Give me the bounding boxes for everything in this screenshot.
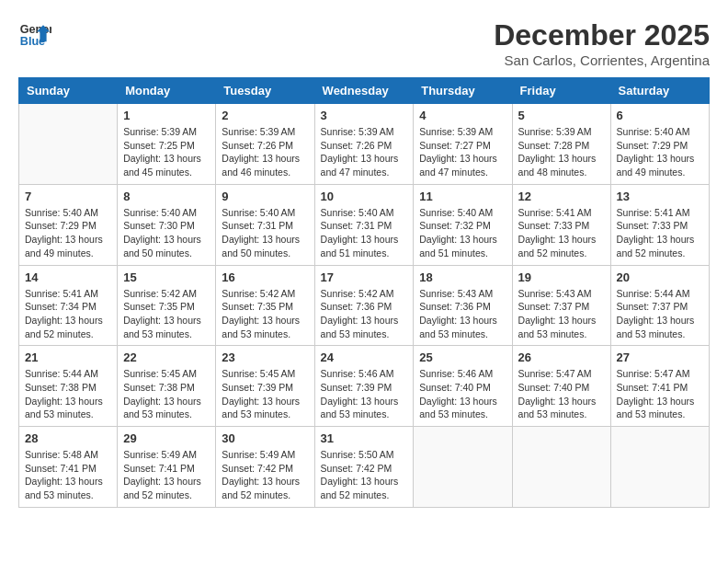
page-header: General Blue December 2025 San Carlos, C… xyxy=(18,18,710,68)
cell-content: Sunrise: 5:40 AM Sunset: 7:30 PM Dayligh… xyxy=(123,206,210,260)
day-number: 25 xyxy=(419,350,506,364)
calendar-cell: 4Sunrise: 5:39 AM Sunset: 7:27 PM Daylig… xyxy=(414,104,512,185)
calendar-cell: 11Sunrise: 5:40 AM Sunset: 7:32 PM Dayli… xyxy=(414,184,512,265)
calendar-cell: 12Sunrise: 5:41 AM Sunset: 7:33 PM Dayli… xyxy=(512,184,610,265)
day-of-week-header: Tuesday xyxy=(216,78,314,104)
logo: General Blue xyxy=(18,18,51,52)
calendar-week-row: 14Sunrise: 5:41 AM Sunset: 7:34 PM Dayli… xyxy=(19,265,710,346)
day-number: 19 xyxy=(518,270,605,284)
calendar-cell: 25Sunrise: 5:46 AM Sunset: 7:40 PM Dayli… xyxy=(414,346,512,427)
cell-content: Sunrise: 5:40 AM Sunset: 7:29 PM Dayligh… xyxy=(25,206,111,260)
calendar-cell: 7Sunrise: 5:40 AM Sunset: 7:29 PM Daylig… xyxy=(19,184,118,265)
day-number: 9 xyxy=(222,190,308,203)
day-of-week-header: Friday xyxy=(512,78,610,104)
day-number: 13 xyxy=(617,190,703,203)
cell-content: Sunrise: 5:40 AM Sunset: 7:29 PM Dayligh… xyxy=(617,125,703,179)
calendar-cell: 5Sunrise: 5:39 AM Sunset: 7:28 PM Daylig… xyxy=(512,104,610,185)
day-number: 27 xyxy=(617,350,703,364)
calendar-cell: 14Sunrise: 5:41 AM Sunset: 7:34 PM Dayli… xyxy=(19,265,118,346)
cell-content: Sunrise: 5:40 AM Sunset: 7:32 PM Dayligh… xyxy=(419,206,506,260)
calendar-cell: 8Sunrise: 5:40 AM Sunset: 7:30 PM Daylig… xyxy=(118,184,216,265)
cell-content: Sunrise: 5:42 AM Sunset: 7:36 PM Dayligh… xyxy=(321,287,408,341)
day-number: 24 xyxy=(321,350,408,364)
calendar-cell: 15Sunrise: 5:42 AM Sunset: 7:35 PM Dayli… xyxy=(118,265,216,346)
day-number: 5 xyxy=(518,109,605,122)
day-number: 20 xyxy=(617,270,703,284)
cell-content: Sunrise: 5:39 AM Sunset: 7:26 PM Dayligh… xyxy=(321,125,408,179)
calendar-week-row: 1Sunrise: 5:39 AM Sunset: 7:25 PM Daylig… xyxy=(19,104,710,185)
day-number: 14 xyxy=(25,270,111,284)
cell-content: Sunrise: 5:42 AM Sunset: 7:35 PM Dayligh… xyxy=(123,287,210,341)
day-number: 18 xyxy=(419,270,506,284)
calendar-cell: 10Sunrise: 5:40 AM Sunset: 7:31 PM Dayli… xyxy=(314,184,414,265)
day-number: 21 xyxy=(25,350,111,364)
day-number: 1 xyxy=(123,109,210,122)
day-number: 4 xyxy=(419,109,506,122)
day-number: 8 xyxy=(123,190,210,203)
calendar-cell: 23Sunrise: 5:45 AM Sunset: 7:39 PM Dayli… xyxy=(216,346,314,427)
day-number: 15 xyxy=(123,270,210,284)
day-number: 26 xyxy=(518,350,605,364)
day-number: 28 xyxy=(25,431,111,445)
cell-content: Sunrise: 5:45 AM Sunset: 7:39 PM Dayligh… xyxy=(222,367,308,421)
cell-content: Sunrise: 5:46 AM Sunset: 7:39 PM Dayligh… xyxy=(321,367,408,421)
calendar-week-row: 7Sunrise: 5:40 AM Sunset: 7:29 PM Daylig… xyxy=(19,184,710,265)
cell-content: Sunrise: 5:49 AM Sunset: 7:41 PM Dayligh… xyxy=(123,448,210,502)
calendar-cell: 30Sunrise: 5:49 AM Sunset: 7:42 PM Dayli… xyxy=(216,427,314,508)
calendar-cell: 31Sunrise: 5:50 AM Sunset: 7:42 PM Dayli… xyxy=(314,427,414,508)
location-subtitle: San Carlos, Corrientes, Argentina xyxy=(494,52,710,68)
calendar-cell: 21Sunrise: 5:44 AM Sunset: 7:38 PM Dayli… xyxy=(19,346,118,427)
day-number: 2 xyxy=(222,109,308,122)
calendar-cell xyxy=(414,427,512,508)
calendar-cell: 19Sunrise: 5:43 AM Sunset: 7:37 PM Dayli… xyxy=(512,265,610,346)
day-number: 30 xyxy=(222,431,308,445)
day-number: 22 xyxy=(123,350,210,364)
day-number: 7 xyxy=(25,190,111,203)
calendar-cell: 6Sunrise: 5:40 AM Sunset: 7:29 PM Daylig… xyxy=(610,104,709,185)
cell-content: Sunrise: 5:40 AM Sunset: 7:31 PM Dayligh… xyxy=(321,206,408,260)
day-number: 3 xyxy=(321,109,408,122)
cell-content: Sunrise: 5:39 AM Sunset: 7:27 PM Dayligh… xyxy=(419,125,506,179)
cell-content: Sunrise: 5:43 AM Sunset: 7:36 PM Dayligh… xyxy=(419,287,506,341)
calendar-cell: 17Sunrise: 5:42 AM Sunset: 7:36 PM Dayli… xyxy=(314,265,414,346)
cell-content: Sunrise: 5:46 AM Sunset: 7:40 PM Dayligh… xyxy=(419,367,506,421)
calendar-cell xyxy=(610,427,709,508)
calendar-cell: 20Sunrise: 5:44 AM Sunset: 7:37 PM Dayli… xyxy=(610,265,709,346)
cell-content: Sunrise: 5:44 AM Sunset: 7:38 PM Dayligh… xyxy=(25,367,111,421)
day-number: 31 xyxy=(321,431,408,445)
calendar-cell xyxy=(19,104,118,185)
day-of-week-header: Thursday xyxy=(414,78,512,104)
cell-content: Sunrise: 5:47 AM Sunset: 7:41 PM Dayligh… xyxy=(617,367,703,421)
day-number: 11 xyxy=(419,190,506,203)
calendar-cell: 28Sunrise: 5:48 AM Sunset: 7:41 PM Dayli… xyxy=(19,427,118,508)
day-of-week-header: Monday xyxy=(118,78,216,104)
calendar-cell: 29Sunrise: 5:49 AM Sunset: 7:41 PM Dayli… xyxy=(118,427,216,508)
calendar-table: SundayMondayTuesdayWednesdayThursdayFrid… xyxy=(18,77,710,508)
cell-content: Sunrise: 5:43 AM Sunset: 7:37 PM Dayligh… xyxy=(518,287,605,341)
calendar-week-row: 21Sunrise: 5:44 AM Sunset: 7:38 PM Dayli… xyxy=(19,346,710,427)
calendar-cell: 27Sunrise: 5:47 AM Sunset: 7:41 PM Dayli… xyxy=(610,346,709,427)
cell-content: Sunrise: 5:39 AM Sunset: 7:25 PM Dayligh… xyxy=(123,125,210,179)
day-number: 10 xyxy=(321,190,408,203)
calendar-cell xyxy=(512,427,610,508)
calendar-week-row: 28Sunrise: 5:48 AM Sunset: 7:41 PM Dayli… xyxy=(19,427,710,508)
cell-content: Sunrise: 5:39 AM Sunset: 7:28 PM Dayligh… xyxy=(518,125,605,179)
calendar-cell: 22Sunrise: 5:45 AM Sunset: 7:38 PM Dayli… xyxy=(118,346,216,427)
cell-content: Sunrise: 5:41 AM Sunset: 7:33 PM Dayligh… xyxy=(617,206,703,260)
day-number: 16 xyxy=(222,270,308,284)
cell-content: Sunrise: 5:41 AM Sunset: 7:33 PM Dayligh… xyxy=(518,206,605,260)
calendar-cell: 3Sunrise: 5:39 AM Sunset: 7:26 PM Daylig… xyxy=(314,104,414,185)
day-of-week-header: Wednesday xyxy=(314,78,414,104)
calendar-cell: 13Sunrise: 5:41 AM Sunset: 7:33 PM Dayli… xyxy=(610,184,709,265)
cell-content: Sunrise: 5:44 AM Sunset: 7:37 PM Dayligh… xyxy=(617,287,703,341)
month-year-title: December 2025 xyxy=(494,18,710,52)
cell-content: Sunrise: 5:40 AM Sunset: 7:31 PM Dayligh… xyxy=(222,206,308,260)
calendar-cell: 24Sunrise: 5:46 AM Sunset: 7:39 PM Dayli… xyxy=(314,346,414,427)
calendar-cell: 16Sunrise: 5:42 AM Sunset: 7:35 PM Dayli… xyxy=(216,265,314,346)
calendar-cell: 2Sunrise: 5:39 AM Sunset: 7:26 PM Daylig… xyxy=(216,104,314,185)
cell-content: Sunrise: 5:48 AM Sunset: 7:41 PM Dayligh… xyxy=(25,448,111,502)
title-block: December 2025 San Carlos, Corrientes, Ar… xyxy=(494,18,710,68)
day-number: 17 xyxy=(321,270,408,284)
day-of-week-header: Saturday xyxy=(610,78,709,104)
cell-content: Sunrise: 5:49 AM Sunset: 7:42 PM Dayligh… xyxy=(222,448,308,502)
